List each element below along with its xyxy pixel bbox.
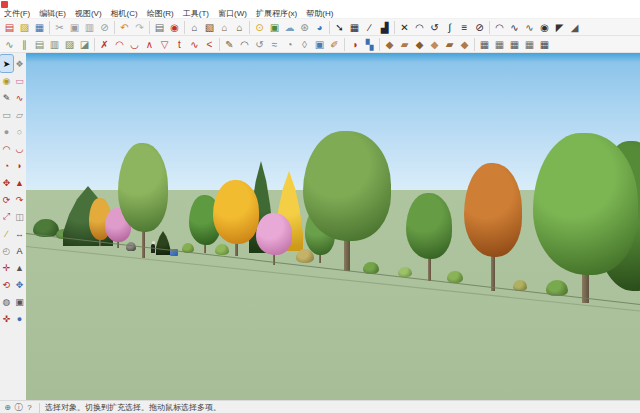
component-blue-icon[interactable]: ▚ xyxy=(362,37,377,52)
edit-tool-4-icon[interactable]: ≈ xyxy=(267,37,282,52)
follow-me-tool[interactable]: ↷ xyxy=(13,191,26,208)
sketch-style-1-icon[interactable]: ∿ xyxy=(2,37,17,52)
arc-tool[interactable]: ◠ xyxy=(0,140,13,157)
edit-tool-3-icon[interactable]: ↺ xyxy=(252,37,267,52)
bezier-tool-2-icon[interactable]: ◠ xyxy=(112,37,127,52)
edit-tool-5-icon[interactable]: ◔ xyxy=(282,37,297,52)
model-info-icon[interactable]: ◉ xyxy=(167,20,182,35)
sandbox-tool-2-icon[interactable]: ▦ xyxy=(347,20,362,35)
pan-tool[interactable]: ✥ xyxy=(13,276,26,293)
copy-icon[interactable]: ▣ xyxy=(67,20,82,35)
bezier-tool-7-icon[interactable]: ∿ xyxy=(187,37,202,52)
previous-view-tool[interactable]: ● xyxy=(13,310,26,327)
curve-tool-6-icon[interactable]: ◢ xyxy=(567,20,582,35)
green-tree-medium-2[interactable] xyxy=(406,193,452,281)
sandbox-tool-3-icon[interactable]: ∕ xyxy=(362,20,377,35)
credits-icon[interactable]: ⓘ xyxy=(14,403,23,412)
new-file-icon[interactable]: ▤ xyxy=(2,20,17,35)
texture-cube-4-icon[interactable]: ▦ xyxy=(522,37,537,52)
text-tool[interactable]: A xyxy=(13,242,26,259)
sketch-style-4-icon[interactable]: ▥ xyxy=(47,37,62,52)
two-point-arc-tool[interactable]: ◡ xyxy=(13,140,26,157)
plugin-home-2-icon[interactable]: ▧ xyxy=(202,20,217,35)
menu-view[interactable]: 视图(V) xyxy=(75,8,102,19)
menu-extensions[interactable]: 扩展程序(x) xyxy=(256,8,297,19)
3d-viewport[interactable] xyxy=(26,53,640,400)
curve-tool-5-icon[interactable]: ◤ xyxy=(552,20,567,35)
texture-cube-3-icon[interactable]: ▦ xyxy=(507,37,522,52)
open-file-icon[interactable]: ▨ xyxy=(17,20,32,35)
delete-icon[interactable]: ⊘ xyxy=(97,20,112,35)
vertex-tool-5-icon[interactable]: ≡ xyxy=(457,20,472,35)
image-export-icon[interactable]: ▣ xyxy=(267,20,282,35)
menu-tools[interactable]: 工具(T) xyxy=(183,8,209,19)
edit-tool-1-icon[interactable]: ✎ xyxy=(222,37,237,52)
material-cube-5-icon[interactable]: ▰ xyxy=(442,37,457,52)
tape-measure-tool[interactable]: ∕ xyxy=(0,225,13,242)
scale-tool[interactable]: ⤢ xyxy=(0,208,13,225)
material-cube-1-icon[interactable]: ◆ xyxy=(382,37,397,52)
zoom-tool[interactable]: ◍ xyxy=(0,293,13,310)
bezier-tool-3-icon[interactable]: ◡ xyxy=(127,37,142,52)
sketch-style-3-icon[interactable]: ▤ xyxy=(32,37,47,52)
zoom-window-tool[interactable]: ▣ xyxy=(13,293,26,310)
edit-tool-2-icon[interactable]: ◠ xyxy=(237,37,252,52)
vertex-tool-1-icon[interactable]: ✕ xyxy=(397,20,412,35)
right-big-green-tree[interactable] xyxy=(533,133,638,303)
component-red-icon[interactable]: ◑ xyxy=(347,37,362,52)
redo-icon[interactable]: ↷ xyxy=(132,20,147,35)
menu-file[interactable]: 文件(F) xyxy=(4,8,30,19)
polygon-tool[interactable]: ○ xyxy=(13,123,26,140)
sketch-style-5-icon[interactable]: ▨ xyxy=(62,37,77,52)
zoom-extents-tool[interactable]: ✜ xyxy=(0,310,13,327)
menu-camera[interactable]: 相机(C) xyxy=(111,8,138,19)
plugin-home-1-icon[interactable]: ⌂ xyxy=(187,20,202,35)
protractor-tool[interactable]: ◴ xyxy=(0,242,13,259)
undo-icon[interactable]: ↶ xyxy=(117,20,132,35)
plugin-home-4-icon[interactable]: ⌂ xyxy=(232,20,247,35)
bezier-tool-1-icon[interactable]: ✗ xyxy=(97,37,112,52)
bezier-tool-8-icon[interactable]: < xyxy=(202,37,217,52)
vertex-tool-3-icon[interactable]: ↺ xyxy=(427,20,442,35)
line-tool[interactable]: ✎ xyxy=(0,89,13,106)
sketch-style-6-icon[interactable]: ◪ xyxy=(77,37,92,52)
lightbulb-icon[interactable]: ⊙ xyxy=(252,20,267,35)
link-icon[interactable]: ⊛ xyxy=(297,20,312,35)
3d-warehouse-icon[interactable]: ◕ xyxy=(312,20,327,35)
cut-icon[interactable]: ✂ xyxy=(52,20,67,35)
axes-tool[interactable]: ✛ xyxy=(0,259,13,276)
freehand-tool[interactable]: ∿ xyxy=(13,89,26,106)
vertex-tool-2-icon[interactable]: ◠ xyxy=(412,20,427,35)
select-tool[interactable]: ➤ xyxy=(0,55,13,72)
bezier-tool-4-icon[interactable]: ∧ xyxy=(142,37,157,52)
menu-draw[interactable]: 绘图(R) xyxy=(147,8,174,19)
bezier-tool-6-icon[interactable]: t xyxy=(172,37,187,52)
dimension-tool[interactable]: ↔ xyxy=(13,225,26,242)
pink-blossom-tree[interactable] xyxy=(256,213,292,265)
rotate-tool[interactable]: ⟳ xyxy=(0,191,13,208)
push-pull-tool[interactable]: ▲ xyxy=(13,174,26,191)
paste-icon[interactable]: ▥ xyxy=(82,20,97,35)
sandbox-tool-1-icon[interactable]: ➘ xyxy=(332,20,347,35)
circle-tool[interactable]: ● xyxy=(0,123,13,140)
rotated-rectangle-tool[interactable]: ▱ xyxy=(13,106,26,123)
vertex-tool-4-icon[interactable]: ∫ xyxy=(442,20,457,35)
menu-help[interactable]: 帮助(H) xyxy=(306,8,333,19)
material-cube-6-icon[interactable]: ◆ xyxy=(457,37,472,52)
curve-tool-2-icon[interactable]: ∿ xyxy=(507,20,522,35)
geolocation-icon[interactable]: ⊕ xyxy=(3,403,12,412)
material-cube-4-icon[interactable]: ◆ xyxy=(427,37,442,52)
save-icon[interactable]: ▦ xyxy=(32,20,47,35)
three-point-arc-tool[interactable]: ◔ xyxy=(0,157,13,174)
menu-edit[interactable]: 编辑(E) xyxy=(39,8,66,19)
make-component-tool[interactable]: ❖ xyxy=(13,55,26,72)
edit-tool-8-icon[interactable]: ✐ xyxy=(327,37,342,52)
curve-tool-3-icon[interactable]: ∿ xyxy=(522,20,537,35)
3d-text-tool[interactable]: ▲ xyxy=(13,259,26,276)
tall-green-tree[interactable] xyxy=(118,143,168,258)
orange-autumn-tree[interactable] xyxy=(213,180,259,256)
vertex-tool-6-icon[interactable]: ⊘ xyxy=(472,20,487,35)
texture-cube-2-icon[interactable]: ▦ xyxy=(492,37,507,52)
bezier-tool-5-icon[interactable]: ▽ xyxy=(157,37,172,52)
rectangle-tool[interactable]: ▭ xyxy=(0,106,13,123)
